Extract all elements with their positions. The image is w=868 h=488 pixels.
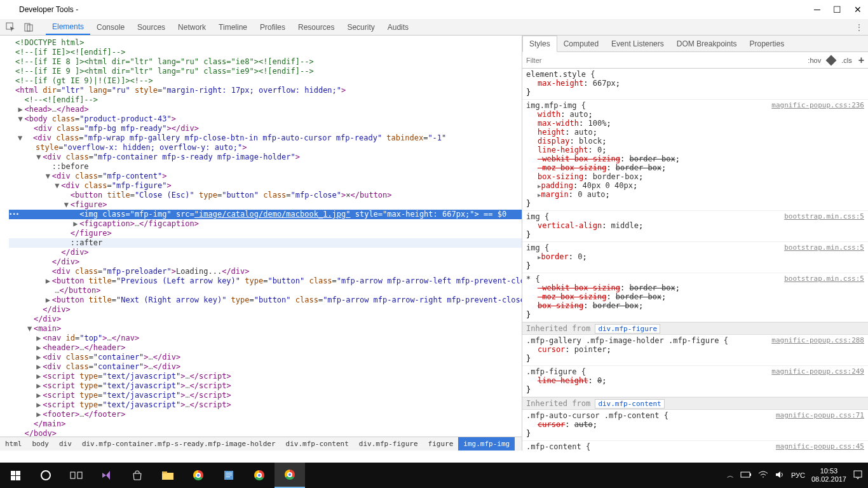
tab-profiles[interactable]: Profiles bbox=[254, 19, 292, 35]
crumb[interactable]: body bbox=[27, 437, 55, 451]
dom-node[interactable]: ▶<button title="Previous (Left arrow key… bbox=[9, 276, 522, 286]
dom-node[interactable]: ▶<head>…</head> bbox=[9, 105, 522, 114]
breadcrumb[interactable]: htmlbodydivdiv.mfp-container.mfp-s-ready… bbox=[0, 437, 522, 451]
rule-source[interactable]: magnific-popup.css:45 bbox=[776, 442, 864, 451]
dom-node[interactable]: </div> bbox=[9, 257, 522, 267]
dom-node[interactable]: <button title="Close (Esc)" type="button… bbox=[9, 191, 522, 200]
dom-node[interactable]: ▶<script type="text/javascript">…</scrip… bbox=[9, 381, 522, 391]
add-rule-icon[interactable]: + bbox=[858, 55, 864, 66]
styles-body[interactable]: element.style {max-height: 667px;}magnif… bbox=[522, 69, 868, 451]
dom-node[interactable]: <!--<![endif]--> bbox=[9, 95, 522, 105]
dom-node[interactable]: ▶<script type="text/javascript">…</scrip… bbox=[9, 372, 522, 381]
tray-battery-icon[interactable] bbox=[740, 471, 752, 480]
app-chrome-1[interactable] bbox=[183, 463, 214, 488]
app-texteditor[interactable] bbox=[214, 463, 244, 488]
dom-node[interactable]: ▶<script type="text/javascript">…</scrip… bbox=[9, 391, 522, 400]
css-rule[interactable]: bootstrap.min.css:5* {-webkit-box-sizing… bbox=[522, 273, 868, 322]
dom-node[interactable]: ▼<main> bbox=[9, 324, 522, 334]
dom-node[interactable]: </div> bbox=[9, 305, 522, 315]
start-button[interactable] bbox=[0, 463, 31, 488]
dom-node[interactable]: <html dir="ltr" lang="ru" style="margin-… bbox=[9, 86, 522, 95]
dom-node[interactable]: </div> bbox=[9, 248, 522, 257]
crumb[interactable]: div.mfp-container.mfp-s-ready.mfp-image-… bbox=[77, 437, 281, 451]
styles-tab-computed[interactable]: Computed bbox=[557, 36, 605, 51]
dom-node[interactable]: ••• <img class="mfp-img" src="image/cata… bbox=[9, 210, 522, 219]
dom-node[interactable]: <!--[if (gt IE 9)|!(IE)]><!--> bbox=[9, 76, 522, 86]
tab-sources[interactable]: Sources bbox=[131, 19, 172, 35]
taskview-icon[interactable] bbox=[61, 463, 92, 488]
crumb[interactable]: figure bbox=[423, 437, 459, 451]
dom-node[interactable]: ▶<div class="container">…</div> bbox=[9, 362, 522, 372]
css-rule[interactable]: magnific-popup.css:236img.mfp-img {width… bbox=[522, 100, 868, 211]
styles-tab-styles[interactable]: Styles bbox=[522, 36, 557, 52]
tray-clock[interactable]: 10:5308.02.2017 bbox=[811, 467, 846, 484]
dom-node[interactable]: ▶<button title="Next (Right arrow key)" … bbox=[9, 295, 522, 305]
dom-node[interactable]: …</button> bbox=[9, 286, 522, 295]
dom-node[interactable]: ▶<figcaption>…</figcaption> bbox=[9, 219, 522, 229]
css-rule[interactable]: magnific-popup.css:71.mfp-auto-cursor .m… bbox=[522, 410, 868, 441]
rule-source[interactable]: magnific-popup.css:236 bbox=[771, 101, 864, 109]
hov-toggle[interactable]: :hov bbox=[808, 57, 821, 64]
tray-language[interactable]: РУС bbox=[791, 471, 805, 479]
rule-source[interactable]: magnific-popup.css:249 bbox=[771, 367, 864, 376]
styles-filter-input[interactable] bbox=[526, 57, 808, 64]
styles-tab-event-listeners[interactable]: Event Listeners bbox=[605, 36, 670, 51]
dom-node[interactable]: ▶<footer>…</footer> bbox=[9, 410, 522, 419]
device-icon[interactable] bbox=[23, 22, 34, 33]
dom-node[interactable]: ▼<div class="mfp-figure"> bbox=[9, 181, 522, 191]
dom-node[interactable]: <div class="mfp-bg mfp-ready"></div> bbox=[9, 124, 522, 133]
rule-source[interactable]: bootstrap.min.css:5 bbox=[784, 212, 864, 220]
styles-tab-properties[interactable]: Properties bbox=[743, 36, 790, 51]
tab-timeline[interactable]: Timeline bbox=[212, 19, 254, 35]
crumb[interactable]: img.mfp-img bbox=[458, 437, 515, 451]
rule-source[interactable]: magnific-popup.css:288 bbox=[771, 336, 864, 344]
rule-source[interactable]: bootstrap.min.css:5 bbox=[784, 243, 864, 252]
dom-node[interactable]: </body> bbox=[9, 429, 522, 437]
dom-node[interactable]: ▼<figure> bbox=[9, 200, 522, 210]
app-store[interactable] bbox=[122, 463, 153, 488]
close-button[interactable]: ✕ bbox=[854, 4, 862, 15]
crumb[interactable]: html bbox=[0, 437, 27, 451]
cls-toggle[interactable]: .cls bbox=[841, 57, 852, 64]
tray-volume-icon[interactable] bbox=[775, 470, 785, 480]
tab-console[interactable]: Console bbox=[90, 19, 131, 35]
dom-node[interactable]: ▶<nav id="top">…</nav> bbox=[9, 334, 522, 343]
crumb[interactable]: div.mfp-figure bbox=[354, 437, 423, 451]
css-rule[interactable]: magnific-popup.css:45.mfp-content {posit… bbox=[522, 441, 868, 451]
dom-node[interactable]: </div> bbox=[9, 315, 522, 324]
css-rule[interactable]: magnific-popup.css:249.mfp-figure {line-… bbox=[522, 366, 868, 397]
tab-resources[interactable]: Resources bbox=[292, 19, 341, 35]
tab-network[interactable]: Network bbox=[172, 19, 212, 35]
dark-icon[interactable] bbox=[826, 55, 837, 65]
dom-node[interactable]: ::before bbox=[9, 162, 522, 172]
app-chrome-2[interactable] bbox=[244, 463, 275, 488]
crumb[interactable]: div.mfp-content bbox=[281, 437, 354, 451]
tray-chevron-icon[interactable]: ︿ bbox=[727, 471, 734, 480]
dom-node[interactable]: <div class="mfp-preloader">Loading...</d… bbox=[9, 267, 522, 276]
tray-wifi-icon[interactable] bbox=[758, 471, 768, 480]
rule-source[interactable]: bootstrap.min.css:5 bbox=[784, 274, 864, 283]
rule-source[interactable]: magnific-popup.css:71 bbox=[776, 411, 864, 419]
css-rule[interactable]: magnific-popup.css:288.mfp-gallery .mfp-… bbox=[522, 335, 868, 366]
dom-node[interactable]: ▼<div class="mfp-container mfp-s-ready m… bbox=[9, 152, 522, 162]
app-visualstudio[interactable] bbox=[92, 463, 122, 488]
dom-node[interactable]: <!--[if IE 9 ]><html dir="ltr" lang="ru"… bbox=[9, 67, 522, 76]
dom-node[interactable]: </figure> bbox=[9, 229, 522, 238]
dom-node[interactable]: ▼<div class="mfp-wrap mfp-gallery mfp-cl… bbox=[9, 133, 522, 152]
dom-node[interactable]: ::after bbox=[9, 238, 522, 248]
dom-node[interactable]: <!--[if IE 8 ]><html dir="ltr" lang="ru"… bbox=[9, 57, 522, 67]
dom-tree[interactable]: <!DOCTYPE html> <!--[if IE]><![endif]-->… bbox=[0, 36, 522, 437]
dom-node[interactable]: <!DOCTYPE html> bbox=[9, 38, 522, 48]
dom-node[interactable]: ▶<script type="text/javascript">…</scrip… bbox=[9, 400, 522, 410]
kebab-menu-icon[interactable]: ⋮ bbox=[855, 23, 863, 32]
app-explorer[interactable] bbox=[153, 463, 183, 488]
tray-notifications-icon[interactable] bbox=[853, 470, 863, 481]
cortana-icon[interactable] bbox=[31, 463, 61, 488]
dom-node[interactable]: </main> bbox=[9, 419, 522, 429]
tab-security[interactable]: Security bbox=[341, 19, 381, 35]
maximize-button[interactable]: ☐ bbox=[833, 4, 841, 15]
styles-tab-dom-breakpoints[interactable]: DOM Breakpoints bbox=[670, 36, 743, 51]
crumb[interactable]: div bbox=[54, 437, 77, 451]
tab-audits[interactable]: Audits bbox=[381, 19, 415, 35]
dom-node[interactable]: ▶<header>…</header> bbox=[9, 343, 522, 353]
